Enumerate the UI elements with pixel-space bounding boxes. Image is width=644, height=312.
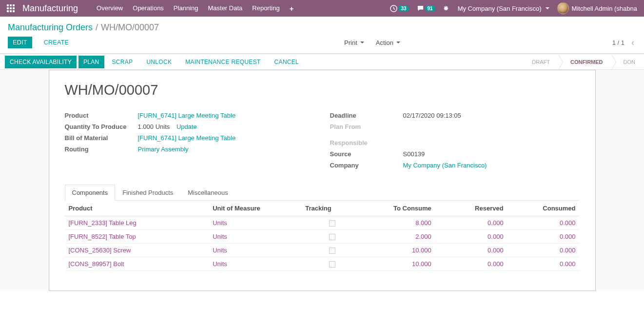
record-title: WH/MO/00007 bbox=[65, 82, 580, 98]
user-menu[interactable]: Mitchell Admin (shabna bbox=[554, 1, 640, 15]
chevron-down-icon bbox=[396, 42, 400, 43]
cell-product[interactable]: [FURN_2333] Table Leg bbox=[65, 216, 209, 230]
maintenance-request-button[interactable]: MAINTENANCE REQUEST bbox=[179, 56, 266, 68]
unlock-button[interactable]: UNLOCK bbox=[140, 56, 177, 68]
cell-toconsume: 2.000 bbox=[363, 230, 435, 244]
tab-misc[interactable]: Miscellaneous bbox=[180, 185, 235, 201]
pager[interactable]: 1 / 1 bbox=[612, 39, 624, 46]
plan-button[interactable]: PLAN bbox=[78, 56, 104, 68]
cell-consumed: 0.000 bbox=[507, 230, 580, 244]
app-brand[interactable]: Manufacturing bbox=[22, 3, 78, 14]
col-tracking[interactable]: Tracking bbox=[301, 201, 363, 216]
table-row[interactable]: [FURN_2333] Table LegUnits8.0000.0000.00… bbox=[65, 216, 580, 230]
print-dropdown[interactable]: Print bbox=[340, 37, 368, 48]
discuss-button[interactable]: 91 bbox=[413, 3, 439, 14]
qty-value: 1.000 Units Update bbox=[138, 123, 314, 130]
table-row[interactable]: [FURN_8522] Table TopUnits2.0000.0000.00… bbox=[65, 230, 580, 244]
table-row[interactable]: [CONS_89957] BoltUnits10.0000.0000.000 bbox=[65, 257, 580, 271]
cell-uom[interactable]: Units bbox=[209, 230, 301, 244]
company-value[interactable]: My Company (San Francisco) bbox=[403, 162, 580, 169]
tracking-checkbox bbox=[329, 220, 335, 227]
debug-icon[interactable]: ✸ bbox=[439, 1, 453, 15]
sheet-background: WH/MO/00007 Product [FURN_6741] Large Me… bbox=[0, 70, 644, 291]
svg-rect-2 bbox=[13, 4, 15, 6]
cell-reserved: 0.000 bbox=[435, 230, 507, 244]
form-col-right: Deadline 02/17/2020 09:13:05 Plan From R… bbox=[330, 110, 580, 171]
cancel-button[interactable]: CANCEL bbox=[269, 56, 305, 68]
responsible-label: Responsible bbox=[330, 139, 403, 146]
form-sheet: WH/MO/00007 Product [FURN_6741] Large Me… bbox=[49, 70, 596, 291]
create-button[interactable]: CREATE bbox=[39, 37, 74, 48]
cell-product[interactable]: [FURN_8522] Table Top bbox=[65, 230, 209, 244]
cell-toconsume: 8.000 bbox=[363, 216, 435, 230]
pager-prev-icon[interactable]: ‹ bbox=[629, 38, 636, 48]
deadline-value: 02/17/2020 09:13:05 bbox=[403, 112, 580, 119]
cell-tracking bbox=[301, 244, 363, 257]
bom-label: Bill of Material bbox=[65, 134, 138, 142]
menu-add-icon[interactable]: + bbox=[285, 0, 299, 17]
planfrom-label: Plan From bbox=[330, 123, 403, 130]
cell-toconsume: 10.000 bbox=[363, 257, 435, 271]
cell-tracking bbox=[301, 257, 363, 271]
components-table: Product Unit of Measure Tracking To Cons… bbox=[65, 201, 580, 271]
routing-label: Routing bbox=[65, 146, 138, 153]
table-row[interactable]: [CONS_25630] ScrewUnits10.0000.0000.000 bbox=[65, 244, 580, 257]
stage-confirmed[interactable]: CONFIRMED bbox=[559, 54, 612, 69]
activities-button[interactable]: 33 bbox=[386, 3, 412, 14]
menu-overview[interactable]: Overview bbox=[92, 0, 128, 17]
breadcrumb-current: WH/MO/00007 bbox=[101, 22, 159, 33]
tracking-checkbox bbox=[329, 234, 335, 240]
status-stages: DRAFT CONFIRMED DON bbox=[520, 54, 644, 69]
col-uom[interactable]: Unit of Measure bbox=[209, 201, 301, 216]
product-label: Product bbox=[65, 112, 138, 119]
tab-components[interactable]: Components bbox=[65, 185, 116, 201]
company-label: Company bbox=[330, 162, 403, 169]
breadcrumb-parent[interactable]: Manufacturing Orders bbox=[8, 22, 93, 33]
bom-value[interactable]: [FURN_6741] Large Meeting Table bbox=[138, 134, 314, 142]
action-dropdown[interactable]: Action bbox=[372, 37, 404, 48]
tab-finished[interactable]: Finished Products bbox=[115, 185, 180, 201]
stage-done[interactable]: DON bbox=[612, 54, 644, 69]
cell-uom[interactable]: Units bbox=[209, 257, 301, 271]
svg-rect-1 bbox=[10, 4, 12, 6]
button-row: EDIT CREATE Print Action 1 / 1 ‹ bbox=[0, 37, 644, 53]
col-product[interactable]: Product bbox=[65, 201, 209, 216]
svg-rect-8 bbox=[13, 10, 15, 12]
menu-planning[interactable]: Planning bbox=[169, 0, 203, 17]
svg-rect-0 bbox=[7, 4, 9, 6]
cell-tracking bbox=[301, 216, 363, 230]
menu-reporting[interactable]: Reporting bbox=[247, 0, 284, 17]
status-bar: CHECK AVAILABILITY PLAN SCRAP UNLOCK MAI… bbox=[0, 54, 644, 70]
form-columns: Product [FURN_6741] Large Meeting Table … bbox=[65, 110, 580, 171]
qty-update-button[interactable]: Update bbox=[176, 123, 197, 130]
activities-count: 33 bbox=[398, 5, 409, 12]
svg-rect-6 bbox=[7, 10, 9, 12]
col-consumed[interactable]: Consumed bbox=[507, 201, 580, 216]
cell-uom[interactable]: Units bbox=[209, 216, 301, 230]
cell-consumed: 0.000 bbox=[507, 244, 580, 257]
cell-tracking bbox=[301, 230, 363, 244]
svg-rect-5 bbox=[13, 7, 15, 9]
check-availability-button[interactable]: CHECK AVAILABILITY bbox=[5, 56, 77, 68]
col-reserved[interactable]: Reserved bbox=[435, 201, 507, 216]
breadcrumb: Manufacturing Orders / WH/MO/00007 bbox=[0, 17, 644, 37]
stage-draft[interactable]: DRAFT bbox=[520, 54, 559, 69]
cell-product[interactable]: [CONS_25630] Screw bbox=[65, 244, 209, 257]
tracking-checkbox bbox=[329, 261, 335, 268]
scrap-button[interactable]: SCRAP bbox=[106, 56, 139, 68]
routing-value[interactable]: Primary Assembly bbox=[138, 146, 314, 153]
cell-uom[interactable]: Units bbox=[209, 244, 301, 257]
company-switcher[interactable]: My Company (San Francisco) bbox=[453, 3, 554, 14]
discuss-count: 91 bbox=[425, 5, 435, 12]
clock-icon bbox=[390, 5, 397, 12]
menu-operations[interactable]: Operations bbox=[128, 0, 169, 17]
edit-button[interactable]: EDIT bbox=[8, 37, 32, 48]
apps-icon[interactable] bbox=[4, 1, 18, 15]
cell-reserved: 0.000 bbox=[435, 216, 507, 230]
source-value: S00139 bbox=[403, 150, 580, 158]
product-value[interactable]: [FURN_6741] Large Meeting Table bbox=[138, 112, 314, 119]
col-toconsume[interactable]: To Consume bbox=[363, 201, 435, 216]
cell-consumed: 0.000 bbox=[507, 257, 580, 271]
menu-master-data[interactable]: Master Data bbox=[203, 0, 247, 17]
cell-product[interactable]: [CONS_89957] Bolt bbox=[65, 257, 209, 271]
